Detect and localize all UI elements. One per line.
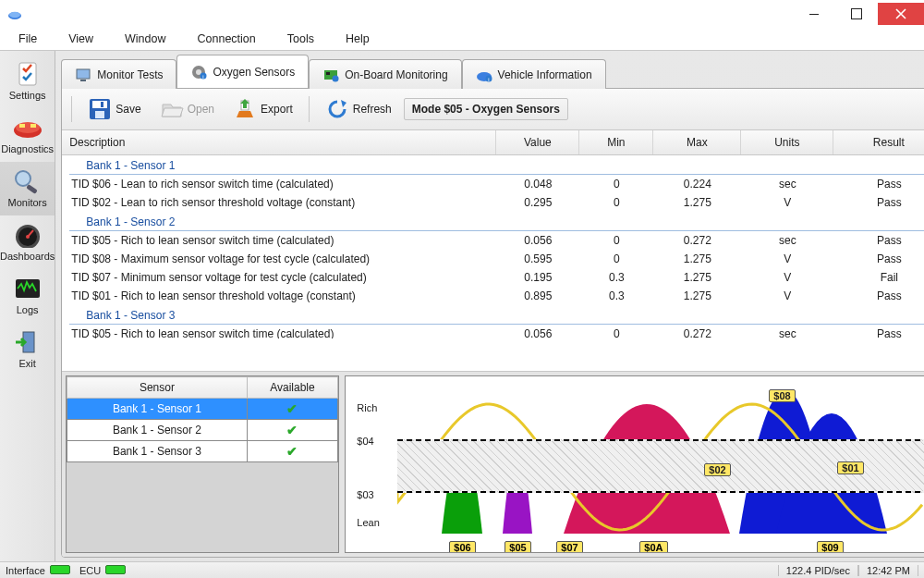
- table-row[interactable]: TID $08 - Maximum sensor voltage for tes…: [62, 250, 924, 268]
- nav-monitors[interactable]: Monitors: [0, 162, 55, 215]
- table-row[interactable]: TID $07 - Minimum sensor voltage for tes…: [62, 268, 924, 287]
- group-header: Bank 1 - Sensor 1: [69, 155, 924, 175]
- svg-point-11: [26, 235, 30, 239]
- col-value[interactable]: Value: [496, 130, 579, 154]
- nav-logs[interactable]: Logs: [0, 269, 55, 323]
- tabs: Monitor TestsiOxygen SensorsOn-Board Mon…: [61, 55, 924, 88]
- chart-ylabel: Lean: [357, 517, 379, 528]
- clock: 12:42 PM: [858, 565, 918, 576]
- exit-icon: [12, 328, 43, 356]
- toolbar: Save Open Export Refresh Mode $05 - Oxyg…: [62, 89, 924, 130]
- save-label: Save: [116, 103, 140, 116]
- svg-rect-14: [77, 69, 90, 79]
- status-bar: Interface ECU 122.4 PID/sec 12:42 PM: [0, 561, 924, 578]
- svg-rect-28: [95, 111, 104, 118]
- nav-settings[interactable]: Settings: [0, 55, 55, 108]
- sensor-col[interactable]: Sensor: [67, 377, 247, 399]
- peak-label: $02: [704, 463, 730, 476]
- chart-ylabel: $04: [357, 436, 373, 447]
- table-row[interactable]: TID $06 - Lean to rich sensor switch tim…: [62, 175, 924, 193]
- menu-tools[interactable]: Tools: [282, 31, 320, 47]
- left-nav: SettingsDiagnosticsMonitorsDashboardsLog…: [0, 51, 55, 561]
- col-units[interactable]: Units: [741, 130, 833, 154]
- group-header: Bank 1 - Sensor 2: [69, 212, 924, 231]
- oxygen-chart: Rich$04$03Lean$06$05$07$0A$02$08$09$01: [345, 375, 924, 553]
- group-header: Bank 1 - Sensor 3: [69, 305, 924, 325]
- gear-icon: i: [190, 64, 207, 80]
- monitors-icon: [12, 167, 43, 195]
- sensor-row[interactable]: Bank 1 - Sensor 3✔: [67, 441, 338, 462]
- svg-point-4: [16, 122, 40, 133]
- menu-connection[interactable]: Connection: [192, 31, 261, 47]
- data-table: DescriptionValueMinMaxUnitsResult Bank 1…: [62, 130, 924, 371]
- svg-rect-15: [80, 80, 86, 81]
- col-min[interactable]: Min: [579, 130, 653, 154]
- table-row[interactable]: TID $05 - Rich to lean sensor switch tim…: [62, 231, 924, 250]
- tab-on-board-monitoring[interactable]: On-Board Monitoring: [309, 59, 461, 89]
- info-icon: i: [476, 67, 492, 83]
- sensor-row[interactable]: Bank 1 - Sensor 2✔: [67, 420, 338, 441]
- save-button[interactable]: Save: [81, 92, 147, 126]
- minimize-button[interactable]: [793, 3, 835, 25]
- peak-label: $09: [817, 541, 843, 553]
- chart-ylabel: Rich: [357, 402, 377, 413]
- peak-label: $08: [769, 389, 795, 402]
- refresh-label: Refresh: [353, 103, 392, 116]
- peak-label: $01: [837, 461, 863, 474]
- svg-rect-5: [19, 124, 25, 128]
- table-row[interactable]: TID $02 - Lean to rich sensor threshold …: [62, 193, 924, 212]
- app-icon: [7, 6, 22, 21]
- check-icon: ✔: [286, 401, 298, 416]
- svg-text:i: i: [488, 77, 489, 82]
- tab-oxygen-sensors[interactable]: iOxygen Sensors: [176, 55, 309, 88]
- svg-point-1: [9, 12, 20, 18]
- svg-rect-2: [19, 63, 36, 85]
- monitor-icon: [75, 67, 91, 83]
- sensor-row[interactable]: Bank 1 - Sensor 1✔: [67, 399, 338, 420]
- nav-diagnostics[interactable]: Diagnostics: [0, 108, 55, 162]
- col-description[interactable]: Description: [62, 130, 496, 154]
- chart-ylabel: $03: [357, 489, 373, 500]
- sensor-col[interactable]: Available: [247, 377, 338, 399]
- export-label: Export: [261, 103, 293, 116]
- col-max[interactable]: Max: [653, 130, 741, 154]
- table-row[interactable]: TID $05 - Rich to lean sensor switch tim…: [62, 325, 924, 338]
- export-button[interactable]: Export: [226, 92, 299, 126]
- pid-rate: 122.4 PID/sec: [778, 565, 858, 576]
- nav-dashboards[interactable]: Dashboards: [0, 215, 55, 269]
- diagnostics-icon: [12, 114, 43, 141]
- close-button[interactable]: [878, 3, 924, 25]
- refresh-button[interactable]: Refresh: [319, 92, 398, 126]
- svg-point-7: [16, 171, 30, 186]
- svg-rect-29: [101, 102, 103, 107]
- svg-rect-27: [92, 101, 107, 108]
- svg-rect-8: [26, 184, 38, 194]
- tab-vehicle-information[interactable]: iVehicle Information: [462, 59, 606, 89]
- menu-file[interactable]: File: [13, 31, 43, 47]
- maximize-button[interactable]: [835, 3, 878, 25]
- menu-help[interactable]: Help: [340, 31, 375, 47]
- mode-label: Mode $05 - Oxygen Sensors: [404, 98, 568, 120]
- interface-status: Interface: [6, 565, 70, 576]
- check-icon: ✔: [286, 444, 298, 459]
- board-icon: [322, 67, 339, 83]
- interface-led: [50, 565, 70, 574]
- svg-rect-21: [326, 72, 330, 75]
- tab-monitor-tests[interactable]: Monitor Tests: [61, 59, 176, 89]
- open-button[interactable]: Open: [153, 92, 221, 126]
- dashboards-icon: [12, 221, 43, 249]
- titlebar: [0, 0, 924, 28]
- logs-icon: [12, 275, 43, 302]
- ecu-led: [105, 565, 126, 574]
- col-result[interactable]: Result: [833, 130, 924, 154]
- nav-exit[interactable]: Exit: [0, 323, 55, 376]
- table-row[interactable]: TID $01 - Rich to lean sensor threshold …: [62, 287, 924, 305]
- peak-label: $05: [505, 541, 530, 553]
- ecu-status: ECU: [79, 565, 126, 576]
- sensor-table: SensorAvailableBank 1 - Sensor 1✔Bank 1 …: [66, 375, 339, 553]
- menu-window[interactable]: Window: [119, 31, 171, 47]
- open-label: Open: [188, 103, 214, 116]
- table-body: Bank 1 - Sensor 1TID $06 - Lean to rich …: [62, 155, 924, 338]
- menu-view[interactable]: View: [63, 31, 99, 47]
- peak-label: $06: [449, 541, 475, 553]
